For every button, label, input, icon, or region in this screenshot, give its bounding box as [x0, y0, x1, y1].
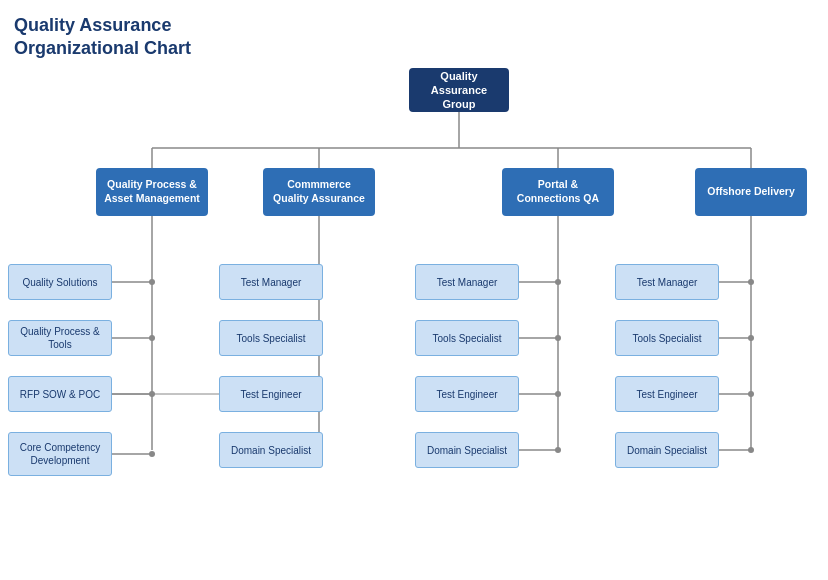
root-node: Quality Assurance Group: [409, 68, 509, 112]
l3-2c-node: Test Engineer: [219, 376, 323, 412]
page-title: Quality Assurance Organizational Chart: [14, 14, 191, 59]
l3-4a-node: Test Manager: [615, 264, 719, 300]
svg-point-46: [748, 447, 754, 453]
svg-point-44: [748, 335, 754, 341]
l3-1a-node: Quality Solutions: [8, 264, 112, 300]
svg-point-12: [149, 279, 155, 285]
l2-node-3: Portal & Connections QA: [502, 168, 614, 216]
svg-point-14: [149, 391, 155, 397]
svg-point-36: [555, 447, 561, 453]
l3-3d-node: Domain Specialist: [415, 432, 519, 468]
svg-point-34: [555, 335, 561, 341]
l3-2b-node: Tools Specialist: [219, 320, 323, 356]
l3-2a-node: Test Manager: [219, 264, 323, 300]
svg-point-43: [748, 279, 754, 285]
svg-point-13: [149, 335, 155, 341]
l3-3b-node: Tools Specialist: [415, 320, 519, 356]
l3-3a-node: Test Manager: [415, 264, 519, 300]
l2-node-4: Offshore Delivery: [695, 168, 807, 216]
l3-2d-node: Domain Specialist: [219, 432, 323, 468]
l3-1b-node: Quality Process & Tools: [8, 320, 112, 356]
l2-node-2: Commmerce Quality Assurance: [263, 168, 375, 216]
svg-point-45: [748, 391, 754, 397]
l3-1d-node: Core Competency Development: [8, 432, 112, 476]
l3-4d-node: Domain Specialist: [615, 432, 719, 468]
l3-1c-node: RFP SOW & POC: [8, 376, 112, 412]
svg-point-33: [555, 279, 561, 285]
l2-node-1: Quality Process & Asset Management: [96, 168, 208, 216]
l3-4b-node: Tools Specialist: [615, 320, 719, 356]
svg-point-15: [149, 451, 155, 457]
l3-4c-node: Test Engineer: [615, 376, 719, 412]
l3-3c-node: Test Engineer: [415, 376, 519, 412]
svg-point-35: [555, 391, 561, 397]
